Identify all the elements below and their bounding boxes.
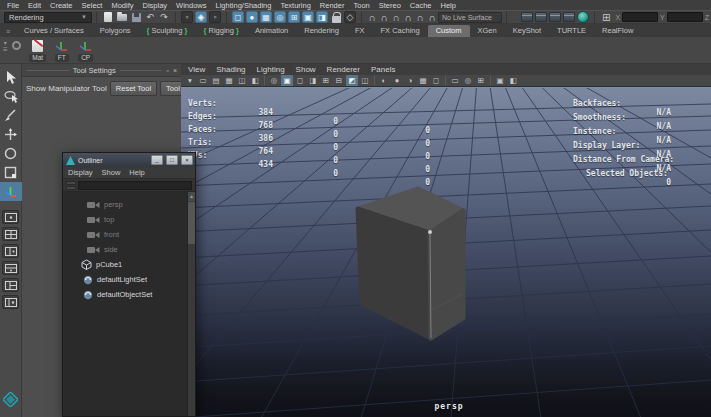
menu-lighting-shading[interactable]: Lighting/Shading <box>216 1 272 10</box>
outliner-item-defaultlightset[interactable]: defaultLightSet <box>63 272 195 287</box>
scrollbar-thumb[interactable] <box>188 202 195 244</box>
shelf-item-icon[interactable] <box>12 41 21 50</box>
outliner-item-top[interactable]: top <box>63 212 195 227</box>
reset-tool-button[interactable]: Reset Tool <box>110 81 157 96</box>
layout-three-pane-button[interactable] <box>2 278 19 292</box>
outliner-item-front[interactable]: front <box>63 227 195 242</box>
snap-projected-center-icon[interactable]: ∩ <box>402 12 414 23</box>
snapshot-icon[interactable]: ▣ <box>494 75 506 86</box>
snap-curve-icon[interactable]: ∩ <box>378 12 390 23</box>
menu-display[interactable]: Display <box>143 1 168 10</box>
highlight-selection-icon[interactable]: ◇ <box>344 11 356 23</box>
new-scene-icon[interactable] <box>102 11 114 23</box>
shelf-tab-polygons[interactable]: Polygons <box>92 25 139 37</box>
grease-pencil-icon[interactable]: ◎ <box>268 75 280 86</box>
2d-pan-zoom-icon[interactable]: ◧ <box>249 75 261 86</box>
panel-menu-panels[interactable]: Panels <box>371 65 395 74</box>
menu-help[interactable]: Help <box>441 1 456 10</box>
shelf-button-mat[interactable]: Mat <box>27 39 49 62</box>
scale-tool[interactable] <box>0 163 22 182</box>
menuset-dropdown[interactable]: Rendering ▼ <box>4 12 92 23</box>
panel-menu-renderer[interactable]: Renderer <box>327 65 360 74</box>
panel-menu-lighting[interactable]: Lighting <box>257 65 285 74</box>
menu-windows[interactable]: Windows <box>176 1 206 10</box>
shaded-mode-icon[interactable]: ◻ <box>294 75 306 86</box>
menu-create[interactable]: Create <box>50 1 73 10</box>
wireframe-mode-icon[interactable]: ▣ <box>281 75 293 86</box>
rotate-tool[interactable] <box>0 144 22 163</box>
paint-select-tool[interactable] <box>0 106 22 125</box>
ipr-render-icon[interactable] <box>549 12 561 22</box>
snap-grid-icon[interactable]: ∩ <box>366 12 378 23</box>
panel-menu-shading[interactable]: Shading <box>216 65 245 74</box>
tool-settings-header[interactable]: Tool Settings ▫ × <box>22 64 181 77</box>
shelf-menu-icon[interactable]: ≡ <box>6 28 10 35</box>
textured-mode-icon[interactable]: ◨ <box>307 75 319 86</box>
film-gate-icon[interactable]: ◧ <box>507 75 519 86</box>
render-view-icon[interactable] <box>521 12 533 22</box>
select-camera-icon[interactable]: ▾ <box>184 75 196 86</box>
y-coordinate-input[interactable] <box>667 12 703 22</box>
shelf-button-cp[interactable]: CP <box>75 39 97 62</box>
snap-live-surface-icon[interactable]: ∩ <box>426 12 438 23</box>
shelf-tab-fx-caching[interactable]: FX Caching <box>372 25 427 37</box>
depth-of-field-icon[interactable]: ● <box>391 75 403 86</box>
layout-four-pane-button[interactable] <box>2 227 19 241</box>
exposure-icon[interactable]: ▭ <box>449 75 461 86</box>
layout-outliner-persp-button[interactable] <box>2 295 19 309</box>
render-current-frame-icon[interactable] <box>535 12 547 22</box>
save-scene-icon[interactable] <box>130 11 142 23</box>
shelf-tab-realflow[interactable]: RealFlow <box>594 25 641 37</box>
pcube-object[interactable] <box>358 189 463 338</box>
bookmarks-icon[interactable]: ▦ <box>223 75 235 86</box>
lasso-select-tool[interactable] <box>0 87 22 106</box>
mask-deformations-icon[interactable]: ⊞ <box>288 11 300 23</box>
menu-edit[interactable]: Edit <box>28 1 41 10</box>
input-field-mode-icon[interactable]: ⊞ <box>602 12 610 23</box>
snap-point-icon[interactable]: ∩ <box>390 12 402 23</box>
live-surface-field[interactable]: No Live Surface <box>438 12 502 23</box>
panel-menu-show[interactable]: Show <box>296 65 316 74</box>
shelf-options-icon[interactable]: ≡ <box>3 47 8 53</box>
menu-stereo[interactable]: Stereo <box>379 1 401 10</box>
shelf-tab-rigging[interactable]: { Rigging } <box>195 25 246 37</box>
isolate-select-icon[interactable]: ◑ <box>404 75 416 86</box>
select-hierarchy-icon[interactable]: ◦ <box>181 11 193 23</box>
multisample-icon[interactable]: ◐ <box>378 75 390 86</box>
render-settings-icon[interactable] <box>563 12 575 22</box>
outliner-menu-show[interactable]: Show <box>102 168 121 177</box>
mask-curves-icon[interactable]: ▦ <box>260 11 272 23</box>
minimize-button[interactable]: _ <box>151 155 163 165</box>
menu-select[interactable]: Select <box>82 1 103 10</box>
layout-two-pane-side-button[interactable] <box>2 244 19 258</box>
mask-joints-icon[interactable]: ● <box>246 11 258 23</box>
outliner-scrollbar[interactable]: ▲ <box>187 192 195 416</box>
shelf-switcher[interactable]: ▾ ≡ <box>3 39 8 53</box>
redo-icon[interactable]: ↷ <box>158 11 170 23</box>
viewport-canvas[interactable]: Verts: 384 0 0 Edges: 768 0 0 Faces: 386… <box>181 87 711 417</box>
mask-rendering-icon[interactable]: ◨ <box>316 11 328 23</box>
outliner-item-pcube1[interactable]: pCube1 <box>63 257 195 272</box>
mask-surfaces-icon[interactable]: ◎ <box>274 11 286 23</box>
menu-toon[interactable]: Toon <box>353 1 369 10</box>
close-icon[interactable]: × <box>173 67 177 74</box>
maximize-button[interactable]: □ <box>166 155 178 165</box>
last-tool-used[interactable] <box>0 182 22 201</box>
shelf-tab-fx[interactable]: FX <box>347 25 373 37</box>
move-tool[interactable] <box>0 125 22 144</box>
select-tool[interactable] <box>0 68 22 87</box>
menu-file[interactable]: File <box>7 1 19 10</box>
camera-attributes-icon[interactable]: ▤ <box>210 75 222 86</box>
shadows-icon[interactable]: ⊟ <box>333 75 345 86</box>
gamma-icon[interactable]: ◎ <box>462 75 474 86</box>
outliner-item-persp[interactable]: persp <box>63 197 195 212</box>
outliner-search-input[interactable] <box>78 181 192 190</box>
menu-texturing[interactable]: Texturing <box>280 1 310 10</box>
layout-two-pane-stacked-button[interactable] <box>2 261 19 275</box>
xray-icon[interactable]: ▦ <box>417 75 429 86</box>
screen-space-ao-icon[interactable]: ◩ <box>346 75 358 86</box>
lock-icon[interactable] <box>330 11 342 23</box>
shelf-tab-sculpting[interactable]: { Sculpting } <box>139 25 196 37</box>
outliner-item-side[interactable]: side <box>63 242 195 257</box>
undo-icon[interactable]: ↶ <box>144 11 156 23</box>
